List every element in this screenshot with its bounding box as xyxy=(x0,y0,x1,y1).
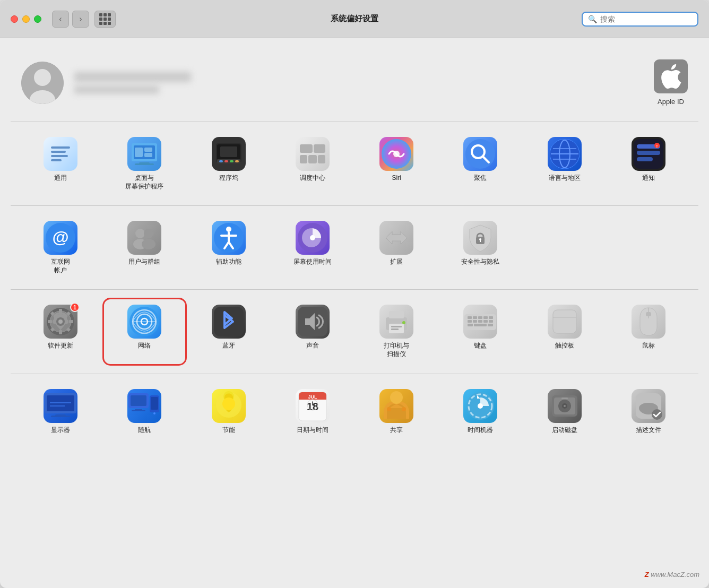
svg-rect-108 xyxy=(51,416,70,417)
svg-point-117 xyxy=(153,412,155,414)
pref-item-network[interactable]: 网络 xyxy=(105,300,184,362)
pref-item-software[interactable]: 1 软件更新 xyxy=(21,300,100,362)
pref-item-spotlight[interactable]: 聚焦 xyxy=(441,133,520,195)
pref-item-notification[interactable]: ! 通知 xyxy=(609,133,688,195)
svg-rect-5 xyxy=(51,155,68,157)
pref-item-printer[interactable]: 打印机与扫描仪 xyxy=(357,300,436,362)
apple-id-label: Apple ID xyxy=(658,98,684,106)
grid-view-button[interactable] xyxy=(94,11,116,28)
minimize-button[interactable] xyxy=(22,15,30,23)
pref-item-dock[interactable]: 程序坞 xyxy=(189,133,268,195)
svg-point-120 xyxy=(222,397,235,410)
internet-icon: @ xyxy=(44,221,77,255)
pref-item-siri[interactable]: Siri xyxy=(357,133,436,195)
sound-icon xyxy=(296,305,330,339)
network-icon xyxy=(127,305,161,339)
svg-rect-101 xyxy=(553,310,576,333)
pref-item-mission[interactable]: 调度中心 xyxy=(273,133,352,195)
keyboard-icon xyxy=(463,305,497,339)
notification-icon: ! xyxy=(632,137,665,171)
energy-label: 节能 xyxy=(222,426,235,435)
pref-item-startup[interactable]: 启动磁盘 xyxy=(525,385,604,439)
internet-label: 互联网帐户 xyxy=(51,258,70,274)
pref-item-profiles[interactable]: 描述文件 xyxy=(609,385,688,439)
printer-icon xyxy=(379,305,413,339)
pref-item-extensions[interactable]: 扩展 xyxy=(357,217,436,279)
sidecar-icon xyxy=(127,389,161,423)
sound-label: 声音 xyxy=(306,342,319,350)
pref-item-sidecar[interactable]: 随航 xyxy=(105,385,184,439)
pref-item-internet[interactable]: @ 互联网帐户 xyxy=(21,217,100,279)
pref-item-keyboard[interactable]: 键盘 xyxy=(441,300,520,362)
svg-point-29 xyxy=(465,139,495,169)
traffic-lights xyxy=(11,15,41,23)
search-box[interactable]: 🔍 xyxy=(582,12,698,27)
svg-rect-12 xyxy=(144,148,152,152)
startup-label: 启动磁盘 xyxy=(552,426,577,435)
security-icon xyxy=(463,221,497,255)
extensions-label: 扩展 xyxy=(390,258,403,266)
pref-row-3: 1 软件更新 网络 xyxy=(16,290,693,373)
users-label: 用户与群组 xyxy=(128,258,160,266)
forward-icon: › xyxy=(79,14,82,24)
energy-icon xyxy=(212,389,246,423)
watermark: Z www.MacZ.com xyxy=(645,570,699,578)
search-icon: 🔍 xyxy=(588,15,597,23)
pref-item-language[interactable]: 语言与地区 xyxy=(525,133,604,195)
pref-item-accessibility[interactable]: 辅助功能 xyxy=(189,217,268,279)
back-button[interactable]: ‹ xyxy=(52,11,69,28)
pref-item-datetime[interactable]: JUL 18 日期与时间 xyxy=(273,385,352,439)
svg-rect-16 xyxy=(220,146,237,157)
svg-rect-85 xyxy=(391,328,399,330)
svg-rect-89 xyxy=(473,316,477,319)
pref-item-general[interactable]: 通用 xyxy=(21,133,100,195)
close-button[interactable] xyxy=(11,15,18,23)
pref-item-trackpad[interactable]: 触控板 xyxy=(525,300,604,362)
pref-item-sharing[interactable]: 共享 xyxy=(357,385,436,439)
svg-rect-95 xyxy=(478,320,482,323)
pref-item-energy[interactable]: 节能 xyxy=(189,385,268,439)
svg-point-52 xyxy=(226,227,231,232)
dock-label: 程序坞 xyxy=(219,174,238,183)
pref-item-timemachine[interactable]: 时间机器 xyxy=(441,385,520,439)
svg-rect-69 xyxy=(69,320,73,323)
pref-item-security[interactable]: 安全性与隐私 xyxy=(441,217,520,279)
svg-rect-93 xyxy=(468,320,472,323)
pref-item-desktop[interactable]: 桌面与屏幕保护程序 xyxy=(105,133,184,195)
svg-rect-90 xyxy=(478,316,482,319)
accessibility-icon xyxy=(212,221,246,255)
pref-item-sound[interactable]: 声音 xyxy=(273,300,352,362)
apple-id-section[interactable]: Apple ID xyxy=(654,59,688,106)
pref-item-users[interactable]: 用户与群组 xyxy=(105,217,184,279)
maximize-button[interactable] xyxy=(34,15,41,23)
pref-item-bluetooth[interactable]: 蓝牙 xyxy=(189,300,268,362)
system-preferences-window: ‹ › 系统偏好设置 🔍 xyxy=(0,0,709,588)
printer-label: 打印机与扫描仪 xyxy=(384,342,409,358)
pref-item-screentime[interactable]: 屏幕使用时间 xyxy=(273,217,352,279)
svg-rect-20 xyxy=(230,160,234,162)
pref-item-mouse[interactable]: 鼠标 xyxy=(609,300,688,362)
forward-button[interactable]: › xyxy=(72,11,89,28)
svg-point-58 xyxy=(310,235,315,240)
watermark-text: www.MacZ.com xyxy=(651,570,699,578)
accessibility-label: 辅助功能 xyxy=(216,258,241,266)
display-icon xyxy=(44,389,77,423)
svg-rect-99 xyxy=(474,324,487,326)
pref-row-2: @ 互联网帐户 用户与群组 xyxy=(16,206,693,289)
svg-rect-96 xyxy=(483,320,488,323)
svg-point-131 xyxy=(402,407,406,411)
svg-point-47 xyxy=(135,229,145,238)
svg-rect-68 xyxy=(48,320,52,323)
svg-rect-67 xyxy=(59,330,62,334)
profiles-label: 描述文件 xyxy=(636,426,661,435)
notification-label: 通知 xyxy=(642,174,655,183)
pref-item-display[interactable]: 显示器 xyxy=(21,385,100,439)
svg-point-49 xyxy=(144,229,153,238)
profile-info xyxy=(74,72,191,94)
search-input[interactable] xyxy=(600,15,692,23)
avatar[interactable] xyxy=(21,62,64,104)
back-icon: ‹ xyxy=(59,14,62,24)
mouse-icon xyxy=(632,305,665,339)
network-label: 网络 xyxy=(138,342,151,350)
profile-section: Apple ID xyxy=(16,49,693,122)
